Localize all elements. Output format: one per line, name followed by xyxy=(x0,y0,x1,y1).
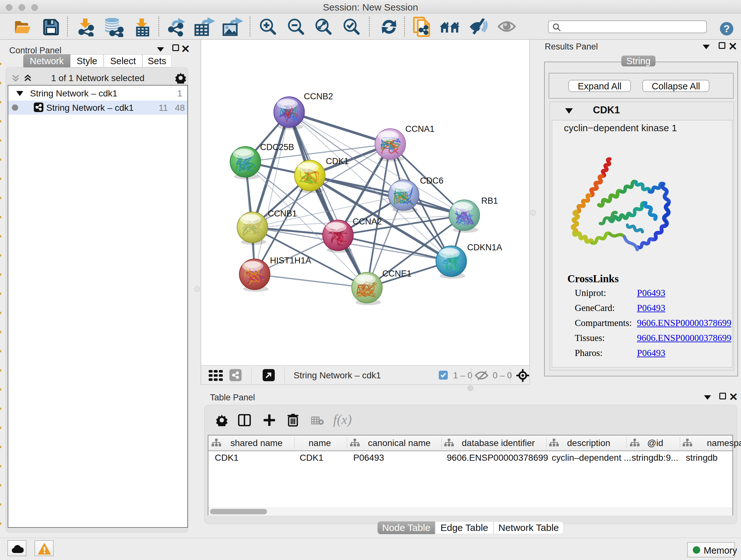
svg-text:CCNE1: CCNE1 xyxy=(382,269,412,278)
svg-text:CCNA1: CCNA1 xyxy=(405,124,434,134)
svg-text:CCNB1: CCNB1 xyxy=(268,209,297,219)
svg-text:CDK1: CDK1 xyxy=(326,157,349,166)
svg-text:CCNA2: CCNA2 xyxy=(353,217,382,226)
svg-text:CDKN1A: CDKN1A xyxy=(467,243,502,252)
svg-text:CDC25B: CDC25B xyxy=(260,142,294,152)
svg-text:RB1: RB1 xyxy=(481,196,498,206)
svg-text:HIST1H1A: HIST1H1A xyxy=(270,256,311,265)
svg-text:CDC6: CDC6 xyxy=(420,176,444,186)
svg-text:CCNB2: CCNB2 xyxy=(304,91,333,101)
